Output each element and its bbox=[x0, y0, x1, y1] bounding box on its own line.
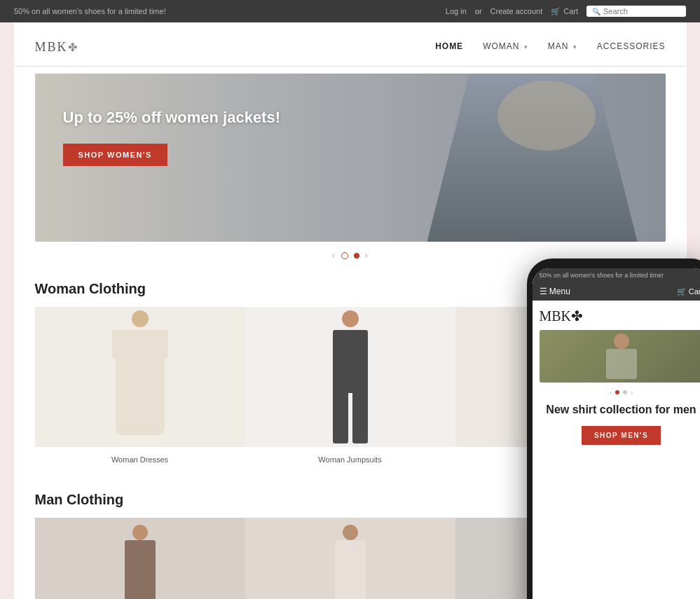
nav-item-woman[interactable]: WOMAN ▾ bbox=[483, 39, 528, 52]
phone-shop-mens-button[interactable]: SHOP MEN'S bbox=[582, 426, 661, 445]
body bbox=[125, 540, 156, 599]
logo: MBK✤ bbox=[35, 35, 78, 56]
nav-link-man[interactable]: MAN ▾ bbox=[548, 41, 577, 51]
phone-hero-title: New shirt collection for men bbox=[540, 403, 701, 418]
phone-dot-2[interactable] bbox=[623, 390, 627, 394]
hero-content: Up to 25% off women jackets! SHOP WOMEN'… bbox=[35, 74, 666, 201]
main-content: MBK✤ HOME WOMAN ▾ MAN ▾ ACCESSORIES bbox=[14, 22, 687, 599]
create-account-link[interactable]: Create account bbox=[490, 7, 543, 15]
woman-arrow-icon: ▾ bbox=[524, 43, 528, 50]
hero-title: Up to 25% off women jackets! bbox=[63, 109, 638, 127]
head bbox=[132, 525, 148, 540]
phone-head bbox=[614, 333, 629, 349]
site-header: MBK✤ HOME WOMAN ▾ MAN ▾ ACCESSORIES bbox=[14, 22, 687, 67]
phone-hero-image bbox=[540, 330, 701, 383]
man-figure-2 bbox=[333, 525, 368, 599]
logo-text: MBK bbox=[35, 40, 68, 54]
product-card-dresses[interactable]: Woman Dresses bbox=[35, 307, 245, 464]
man-image-1 bbox=[35, 518, 245, 599]
nav-link-accessories[interactable]: ACCESSORIES bbox=[597, 41, 666, 51]
hero-banner: Up to 25% off women jackets! SHOP WOMEN'… bbox=[35, 74, 666, 242]
phone-logo: MBK✤ bbox=[540, 308, 701, 324]
leg-left bbox=[333, 393, 348, 443]
main-nav: HOME WOMAN ▾ MAN ▾ ACCESSORIES bbox=[435, 39, 665, 52]
slider-dot-1[interactable] bbox=[341, 252, 348, 259]
sleeve-left bbox=[112, 330, 126, 358]
mobile-phone: 50% on all women's shoes for a limited t… bbox=[527, 259, 701, 599]
phone-body bbox=[606, 349, 637, 379]
phone-content: MBK✤ ‹ › bbox=[533, 301, 701, 599]
jumpsuit-figure bbox=[322, 310, 378, 443]
cart-label: Cart bbox=[563, 7, 578, 15]
cart-wrap[interactable]: 🛒 Cart bbox=[551, 7, 578, 16]
search-icon: 🔍 bbox=[592, 8, 601, 15]
man-arrow-icon: ▾ bbox=[573, 43, 577, 50]
announcement-bar: 50% on all women's shoes for a limited t… bbox=[0, 0, 700, 22]
product-card-jumpsuits[interactable]: Woman Jumpsuits bbox=[245, 307, 455, 464]
hero-container: Up to 25% off women jackets! SHOP WOMEN'… bbox=[14, 74, 687, 242]
dress-image bbox=[35, 307, 245, 447]
nav-link-woman[interactable]: WOMAN ▾ bbox=[483, 41, 528, 51]
man-image-2 bbox=[245, 518, 455, 599]
nav-item-home[interactable]: HOME bbox=[435, 39, 463, 52]
logo-symbol: ✤ bbox=[68, 41, 78, 53]
announcement-right: Log in or Create account 🛒 Cart 🔍 bbox=[446, 6, 686, 17]
nav-item-accessories[interactable]: ACCESSORIES bbox=[597, 39, 666, 52]
search-input[interactable] bbox=[603, 7, 680, 15]
announcement-text: 50% on all women's shoes for a limited t… bbox=[14, 7, 166, 15]
phone-cart-icon[interactable]: 🛒 Cart bbox=[677, 287, 700, 296]
phone-navbar: ☰ Menu 🛒 Cart bbox=[533, 282, 701, 301]
head bbox=[342, 310, 359, 327]
nav-link-home[interactable]: HOME bbox=[435, 41, 463, 51]
man-figure-1 bbox=[123, 525, 158, 599]
login-link[interactable]: Log in bbox=[446, 7, 467, 15]
phone-menu-icon[interactable]: ☰ Menu bbox=[540, 287, 570, 296]
phone-next-icon[interactable]: › bbox=[631, 388, 633, 396]
sleeve-right bbox=[154, 330, 168, 358]
phone-dot-1[interactable] bbox=[615, 390, 619, 394]
shop-womens-button[interactable]: SHOP WOMEN'S bbox=[63, 144, 167, 166]
nav-item-man[interactable]: MAN ▾ bbox=[548, 39, 577, 52]
page: 50% on all women's shoes for a limited t… bbox=[0, 0, 700, 599]
cart-icon: 🛒 bbox=[551, 7, 561, 16]
man-card-1[interactable] bbox=[35, 518, 245, 599]
jumpsuit-image bbox=[245, 307, 455, 447]
phone-hero-figure bbox=[593, 333, 650, 379]
man-card-2[interactable] bbox=[245, 518, 455, 599]
top bbox=[333, 330, 368, 393]
dress-label: Woman Dresses bbox=[111, 455, 168, 464]
leg-right bbox=[352, 393, 368, 443]
head bbox=[343, 525, 358, 540]
phone-screen: 50% on all women's shoes for a limited t… bbox=[533, 268, 701, 599]
phone-announcement: 50% on all women's shoes for a limited t… bbox=[533, 268, 701, 282]
slider-next-icon[interactable]: › bbox=[365, 250, 369, 261]
slider-dot-2[interactable] bbox=[354, 253, 359, 259]
head bbox=[132, 310, 149, 327]
jumpsuit-label: Woman Jumpsuits bbox=[318, 455, 381, 464]
phone-prev-icon[interactable]: ‹ bbox=[610, 388, 612, 396]
search-bar[interactable]: 🔍 bbox=[586, 6, 686, 17]
slider-prev-icon[interactable]: ‹ bbox=[332, 250, 336, 261]
dress-figure bbox=[109, 310, 172, 443]
body bbox=[335, 540, 366, 599]
phone-slider-controls: ‹ › bbox=[540, 388, 701, 396]
or-text: or bbox=[475, 7, 482, 15]
